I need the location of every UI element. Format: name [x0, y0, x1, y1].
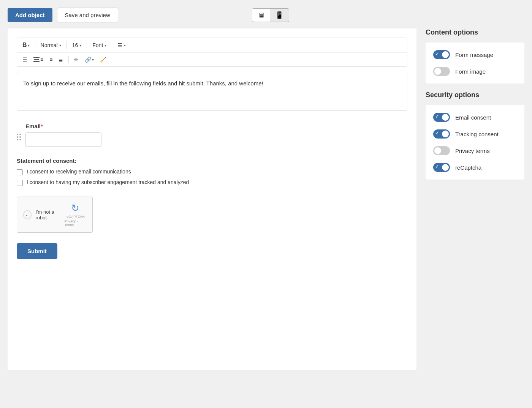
- align-left-button[interactable]: ☰: [20, 55, 30, 64]
- email-input[interactable]: [25, 132, 101, 147]
- link-button[interactable]: 🔗 ▾: [82, 55, 96, 64]
- tracking-consent-row: Tracking consent: [433, 129, 517, 139]
- form-image-row: Form image: [433, 67, 517, 76]
- font-dropdown[interactable]: Font ▾: [90, 41, 109, 50]
- form-image-label: Form image: [455, 68, 486, 75]
- consent-title: Statement of consent:: [17, 158, 407, 164]
- pen-button[interactable]: ✏: [72, 55, 81, 64]
- body-text: To sign up to receive our emails, fill i…: [23, 80, 263, 87]
- mobile-view-button[interactable]: 📱: [270, 9, 289, 22]
- consent-label-1: I consent to receiving email communicati…: [27, 169, 131, 175]
- divider-5: [68, 56, 69, 63]
- consent-item-2: I consent to having my subscriber engage…: [17, 179, 407, 186]
- align-right-button[interactable]: ≡: [47, 55, 55, 64]
- drag-dot-5: [17, 139, 18, 140]
- form-image-slider: [433, 67, 450, 76]
- bold-button[interactable]: B ▾: [20, 40, 32, 50]
- recaptcha-right: ↻ reCAPTCHA Privacy - Terms: [65, 202, 87, 227]
- align-center-button[interactable]: ≡: [31, 55, 46, 64]
- submit-button[interactable]: Submit: [17, 243, 57, 259]
- content-options-title: Content options: [426, 28, 524, 36]
- bold-icon: B: [22, 42, 27, 49]
- mobile-icon: 📱: [275, 11, 283, 19]
- form-message-toggle[interactable]: [433, 50, 450, 59]
- privacy-terms-row: Privacy terms: [433, 146, 517, 155]
- email-field-content: Email*: [25, 123, 407, 147]
- form-message-label: Form message: [455, 52, 493, 58]
- recaptcha-text: I'm not a robot: [35, 209, 64, 221]
- consent-checkbox-2[interactable]: [17, 180, 23, 186]
- privacy-terms-label: Privacy terms: [455, 148, 490, 154]
- recaptcha-spinner: ·: [23, 210, 32, 219]
- email-consent-toggle[interactable]: [433, 113, 450, 122]
- divider-3: [87, 41, 87, 49]
- drag-dot-4: [19, 136, 21, 138]
- recaptcha-left: · I'm not a robot: [23, 209, 65, 221]
- security-options-section: Email consent Tracking consent Privacy t…: [426, 105, 524, 180]
- save-preview-button[interactable]: Save and preview: [57, 8, 118, 22]
- email-label: Email*: [25, 123, 407, 129]
- size-dropdown[interactable]: 16 ▾: [70, 41, 84, 50]
- desktop-view-button[interactable]: 🖥: [252, 9, 270, 22]
- divider-2: [66, 41, 67, 49]
- form-message-slider: [433, 50, 450, 59]
- email-consent-slider: [433, 113, 450, 122]
- device-toggle: 🖥 📱: [252, 8, 289, 22]
- add-object-button[interactable]: Add object: [8, 8, 52, 22]
- form-image-toggle[interactable]: [433, 67, 450, 76]
- drag-dot-1: [17, 134, 18, 135]
- style-chevron: ▾: [59, 43, 61, 47]
- align-right-icon: ≡: [49, 57, 52, 63]
- consent-item-1: I consent to receiving email communicati…: [17, 169, 407, 175]
- email-field-group: Email*: [17, 123, 407, 147]
- text-content-area[interactable]: To sign up to receive our emails, fill i…: [17, 73, 407, 111]
- align-justify-icon: ≣: [59, 57, 63, 63]
- security-options-title: Security options: [426, 91, 524, 99]
- required-marker: *: [41, 123, 43, 129]
- tracking-consent-label: Tracking consent: [455, 131, 499, 137]
- consent-label-2: I consent to having my subscriber engage…: [27, 179, 189, 185]
- alignment-row: ☰ ≡ ≡ ≣ ✏ 🔗: [17, 53, 407, 66]
- recaptcha-logo-icon: ↻: [71, 202, 79, 214]
- link-icon: 🔗: [85, 57, 91, 63]
- eraser-button[interactable]: 🧹: [98, 55, 109, 64]
- list-icon: ☰: [117, 42, 122, 48]
- tracking-consent-toggle[interactable]: [433, 129, 450, 139]
- editor-panel: B ▾ Normal ▾ 16 ▾ Font: [8, 28, 416, 370]
- privacy-terms-slider: [433, 146, 450, 155]
- pen-icon: ✏: [74, 57, 79, 63]
- list-chevron: ▾: [124, 43, 126, 47]
- desktop-icon: 🖥: [258, 11, 264, 19]
- formatting-row: B ▾ Normal ▾ 16 ▾ Font: [17, 38, 407, 53]
- options-panel: Content options Form message Form image …: [426, 28, 524, 187]
- form-message-row: Form message: [433, 50, 517, 59]
- email-consent-label: Email consent: [455, 114, 491, 121]
- content-options-section: Form message Form image: [426, 43, 524, 83]
- font-chevron: ▾: [104, 43, 106, 47]
- font-label: Font: [92, 42, 103, 48]
- bold-chevron: ▾: [28, 43, 30, 47]
- recaptcha-label: reCaptcha: [455, 164, 481, 171]
- divider-4: [112, 41, 112, 49]
- tracking-consent-slider: [433, 129, 450, 139]
- style-dropdown[interactable]: Normal ▾: [38, 41, 63, 50]
- align-justify-button[interactable]: ≣: [56, 55, 65, 64]
- email-consent-row: Email consent: [433, 113, 517, 122]
- consent-section: Statement of consent: I consent to recei…: [17, 158, 407, 186]
- recaptcha-slider: [433, 163, 450, 172]
- top-toolbar: Add object Save and preview 🖥 📱: [8, 8, 524, 22]
- size-chevron: ▾: [79, 43, 81, 47]
- editor-toolbar: B ▾ Normal ▾ 16 ▾ Font: [17, 38, 407, 67]
- recaptcha-brand: reCAPTCHA: [66, 215, 85, 219]
- recaptcha-toggle[interactable]: [433, 163, 450, 172]
- consent-checkbox-1[interactable]: [17, 169, 23, 175]
- drag-handle[interactable]: [17, 123, 21, 140]
- list-dropdown[interactable]: ☰ ▾: [115, 41, 128, 50]
- recaptcha-box[interactable]: · I'm not a robot ↻ reCAPTCHA Privacy - …: [17, 197, 93, 233]
- main-layout: B ▾ Normal ▾ 16 ▾ Font: [8, 28, 524, 370]
- privacy-terms-toggle[interactable]: [433, 146, 450, 155]
- size-label: 16: [72, 42, 78, 48]
- link-chevron: ▾: [92, 58, 94, 62]
- align-left-icon: ☰: [22, 57, 27, 63]
- recaptcha-toggle-row: reCaptcha: [433, 163, 517, 172]
